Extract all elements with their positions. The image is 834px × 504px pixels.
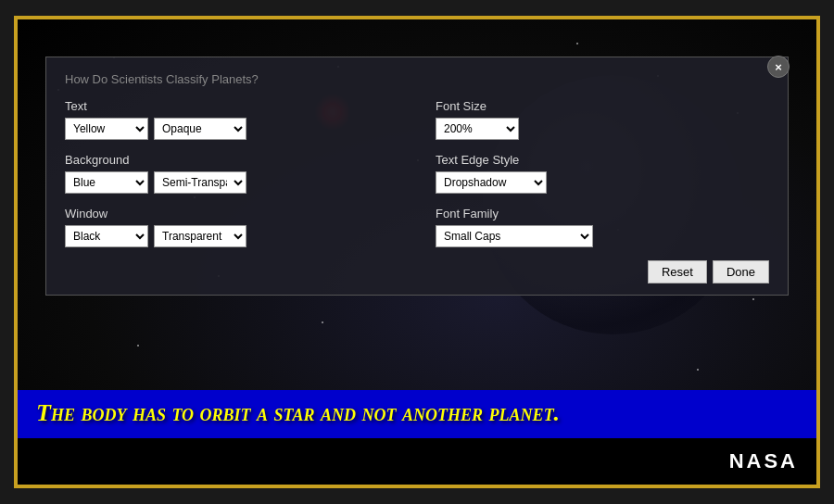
settings-grid: Text Yellow White Black Red Green Blue O…: [65, 99, 769, 284]
window-field-group: Window Black White Red Transparent Semi-…: [65, 207, 398, 247]
font-family-select[interactable]: Default Monospace Serif Proportional Ser…: [436, 225, 593, 247]
done-button[interactable]: Done: [713, 260, 769, 284]
window-opacity-select[interactable]: Transparent Semi-Transparent Opaque: [154, 225, 246, 247]
font-size-row: 50% 75% 100% 150% 200% 300% 400%: [436, 118, 769, 140]
font-family-field-group: Font Family Default Monospace Serif Prop…: [436, 207, 769, 247]
action-buttons-row: Reset Done: [436, 260, 769, 284]
caption-bar: The body has to orbit a star and not ano…: [18, 390, 816, 438]
text-edge-field-group: Text Edge Style None Raised Depressed Un…: [436, 153, 769, 194]
font-size-field-group: Font Size 50% 75% 100% 150% 200% 300% 40…: [436, 99, 769, 140]
text-edge-select[interactable]: None Raised Depressed Uniform Dropshadow: [436, 171, 547, 194]
text-edge-row: None Raised Depressed Uniform Dropshadow: [436, 171, 769, 194]
close-button[interactable]: ×: [767, 56, 790, 78]
font-family-row: Default Monospace Serif Proportional Ser…: [436, 225, 769, 247]
caption-text: The body has to orbit a star and not ano…: [36, 397, 798, 429]
font-size-label: Font Size: [436, 99, 769, 113]
text-opacity-select[interactable]: Opaque Semi-Transparent Transparent: [154, 118, 246, 140]
nasa-logo: NASA: [729, 449, 798, 473]
text-label: Text: [65, 99, 398, 113]
window-selects-row: Black White Red Transparent Semi-Transpa…: [65, 225, 398, 247]
text-edge-label: Text Edge Style: [436, 153, 769, 167]
background-selects-row: Blue Black White Red Semi-Transparent Op…: [65, 171, 398, 194]
settings-panel: How Do Scientists Classify Planets? × Te…: [45, 57, 789, 296]
panel-title: How Do Scientists Classify Planets?: [65, 72, 769, 86]
settings-right-col: Font Size 50% 75% 100% 150% 200% 300% 40…: [417, 99, 769, 284]
font-family-label: Font Family: [436, 207, 769, 220]
font-size-select[interactable]: 50% 75% 100% 150% 200% 300% 400%: [436, 118, 519, 140]
bg-color-select[interactable]: Blue Black White Red: [65, 171, 148, 194]
reset-button[interactable]: Reset: [648, 260, 707, 284]
window-color-select[interactable]: Black White Red: [65, 225, 148, 247]
settings-left-col: Text Yellow White Black Red Green Blue O…: [65, 99, 417, 284]
background-field-group: Background Blue Black White Red Semi-Tra…: [65, 153, 398, 194]
text-selects-row: Yellow White Black Red Green Blue Opaque…: [65, 118, 398, 140]
video-player-frame: How Do Scientists Classify Planets? × Te…: [14, 16, 820, 488]
window-label: Window: [65, 207, 398, 220]
bg-opacity-select[interactable]: Semi-Transparent Opaque Transparent: [154, 171, 246, 194]
background-label: Background: [65, 153, 398, 167]
nasa-bar: NASA: [18, 438, 816, 485]
text-color-select[interactable]: Yellow White Black Red Green Blue: [65, 118, 148, 140]
text-field-group: Text Yellow White Black Red Green Blue O…: [65, 99, 398, 140]
